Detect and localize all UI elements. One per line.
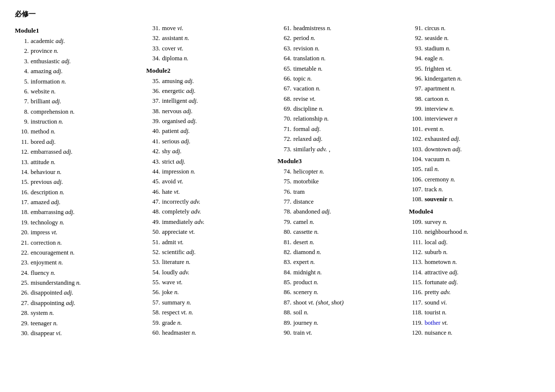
word-number: 10.	[15, 127, 29, 136]
list-item: 52.scientific adj.	[146, 248, 273, 257]
list-item: 107.track n.	[409, 185, 536, 194]
word-list: 91.circus n.92.seaside n.93.stadium n.94…	[409, 24, 536, 205]
list-item: 97.apartment n.	[409, 84, 536, 93]
list-item: 108.souvenir n.	[409, 195, 536, 204]
word-text: admit vt.	[162, 238, 273, 247]
word-text: shoot vt. (shot, shot)	[293, 298, 404, 307]
word-text: impression n.	[162, 167, 273, 176]
word-list: 31.move vi.32.assistant n.33.cover vt.34…	[146, 24, 273, 64]
list-item: 59.grade n.	[146, 318, 273, 328]
word-text: instruction n.	[31, 117, 141, 127]
word-number: 90.	[278, 328, 291, 338]
word-number: 36.	[146, 87, 160, 96]
list-item: 98.cartoon n.	[409, 94, 536, 104]
list-item: 37.intelligent adj.	[146, 96, 273, 106]
word-number: 14.	[15, 168, 29, 177]
list-item: 19.technology n.	[15, 218, 141, 227]
word-text: move vi.	[162, 24, 273, 33]
word-number: 12.	[15, 147, 29, 157]
word-number: 67.	[278, 84, 291, 93]
word-text: strict adj.	[162, 157, 273, 167]
list-item: 49.immediately adv.	[146, 218, 273, 227]
word-number: 63.	[278, 44, 291, 53]
word-number: 66.	[278, 74, 291, 84]
word-number: 9.	[15, 117, 29, 127]
word-number: 52.	[146, 248, 160, 257]
word-number: 76.	[278, 187, 291, 197]
word-number: 70.	[278, 114, 291, 124]
list-item: 111.local adj.	[409, 238, 536, 247]
list-item: 64.translation n.	[278, 54, 404, 63]
word-text: academic adj.	[31, 37, 141, 46]
word-number: 117.	[409, 298, 423, 307]
word-number: 22.	[15, 248, 29, 258]
list-item: 57.summary n.	[146, 298, 273, 307]
word-text: wave vt.	[162, 278, 273, 287]
word-text: amusing adj.	[162, 77, 273, 86]
list-item: 116.pretty adv.	[409, 288, 536, 297]
list-item: 31.move vi.	[146, 24, 273, 33]
word-text: information n.	[31, 77, 141, 87]
word-text: sound vi.	[425, 298, 536, 307]
word-number: 43.	[146, 157, 160, 167]
word-text: discipline n.	[293, 104, 404, 114]
list-item: 54.loudly adv.	[146, 268, 273, 277]
word-number: 85.	[278, 278, 291, 287]
list-item: 85.product n.	[278, 278, 404, 287]
list-item: 39.organised adj.	[146, 117, 273, 126]
word-text: revise vt.	[293, 94, 404, 104]
word-number: 25.	[15, 278, 29, 288]
word-text: cassette n.	[293, 227, 404, 237]
word-text: ceremony n.	[425, 175, 536, 184]
word-number: 42.	[146, 147, 160, 156]
word-text: disappear vi.	[31, 329, 141, 338]
word-number: 27.	[15, 299, 29, 308]
word-text: website n.	[31, 87, 141, 96]
word-number: 15.	[15, 177, 29, 187]
word-number: 81.	[278, 238, 291, 247]
list-item: 5.information n.	[15, 77, 141, 87]
word-number: 108.	[409, 195, 423, 204]
word-number: 116.	[409, 288, 423, 297]
word-text: product n.	[293, 278, 404, 287]
word-text: frighten vt.	[425, 64, 536, 74]
word-number: 8.	[15, 107, 29, 117]
list-item: 94.eagle n.	[409, 54, 536, 63]
list-item: 15.previous adj.	[15, 177, 141, 187]
word-text: helicopter n.	[293, 167, 404, 176]
word-text: desert n.	[293, 238, 404, 247]
list-item: 69.discipline n.	[278, 104, 404, 114]
word-number: 64.	[278, 54, 291, 63]
word-text: misunderstanding n.	[31, 278, 141, 288]
word-text: behaviour n.	[31, 168, 141, 177]
word-text: headmaster n.	[162, 328, 273, 338]
module-title-Module2: Module2	[146, 67, 273, 75]
word-text: neighbourhood n.	[425, 227, 536, 237]
list-item: 91.circus n.	[409, 24, 536, 33]
list-item: 6.website n.	[15, 87, 141, 96]
list-item: 60.headmaster n.	[146, 328, 273, 338]
word-number: 20.	[15, 228, 29, 237]
list-item: 75.motorbike	[278, 177, 404, 186]
word-number: 19.	[15, 218, 29, 227]
word-number: 107.	[409, 185, 423, 194]
word-text: nervous adj.	[162, 107, 273, 116]
list-item: 36.energetic adj.	[146, 87, 273, 96]
word-number: 100.	[409, 114, 423, 124]
word-number: 91.	[409, 24, 423, 33]
list-item: 28.system n.	[15, 308, 141, 318]
word-number: 34.	[146, 54, 160, 63]
list-item: 7.brilliant adj.	[15, 97, 141, 106]
list-item: 72.relaxed adj.	[278, 134, 404, 144]
word-text: correction n.	[31, 238, 141, 248]
word-text: intelligent adj.	[162, 96, 273, 106]
list-item: 86.scenery n.	[278, 288, 404, 297]
list-item: 120.nuisance n.	[409, 328, 536, 338]
word-text: expert n.	[293, 258, 404, 267]
word-number: 96.	[409, 74, 423, 84]
word-number: 74.	[278, 167, 291, 176]
list-item: 40.patient adj.	[146, 127, 273, 136]
word-text: survey n.	[425, 218, 536, 227]
word-number: 46.	[146, 187, 160, 197]
list-item: 118.tourist n.	[409, 308, 536, 317]
